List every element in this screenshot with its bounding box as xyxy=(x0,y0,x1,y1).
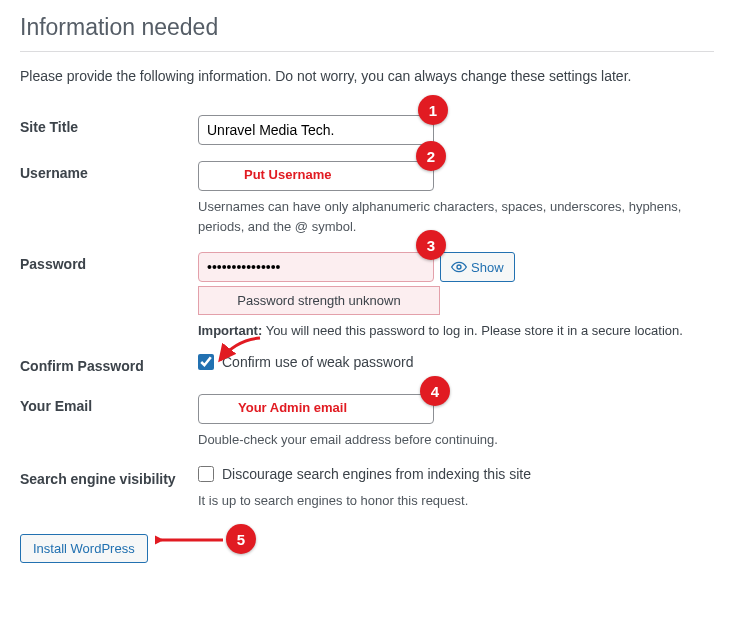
sev-checkbox-label[interactable]: Discourage search engines from indexing … xyxy=(198,466,531,482)
install-wordpress-button[interactable]: Install WordPress xyxy=(20,534,148,563)
username-input[interactable] xyxy=(198,161,434,191)
sev-hint: It is up to search engines to honor this… xyxy=(198,491,704,511)
confirm-password-label: Confirm Password xyxy=(20,346,198,386)
arrow-icon xyxy=(155,530,225,550)
password-strength: Password strength unknown xyxy=(198,286,440,315)
page-title: Information needed xyxy=(20,14,714,41)
divider xyxy=(20,51,714,52)
show-password-button[interactable]: Show xyxy=(440,252,515,282)
important-label: Important: xyxy=(198,323,262,338)
annotation-badge-3: 3 xyxy=(416,230,446,260)
intro-text: Please provide the following information… xyxy=(20,66,714,87)
eye-icon xyxy=(451,259,467,275)
show-password-label: Show xyxy=(471,260,504,275)
annotation-badge-2: 2 xyxy=(416,141,446,171)
password-important: Important: You will need this password t… xyxy=(198,323,704,338)
username-label: Username xyxy=(20,153,198,244)
username-hint: Usernames can have only alphanumeric cha… xyxy=(198,197,704,236)
confirm-weak-password-label[interactable]: Confirm use of weak password xyxy=(198,354,413,370)
password-input[interactable] xyxy=(198,252,434,282)
annotation-badge-5: 5 xyxy=(226,524,256,554)
sev-checkbox-text: Discourage search engines from indexing … xyxy=(222,466,531,482)
install-form: Site Title 1 Username Put Username 2 Use… xyxy=(20,107,714,518)
password-label: Password xyxy=(20,244,198,346)
confirm-weak-password-checkbox[interactable] xyxy=(198,354,214,370)
important-text: You will need this password to log in. P… xyxy=(262,323,683,338)
confirm-weak-password-text: Confirm use of weak password xyxy=(222,354,413,370)
annotation-badge-1: 1 xyxy=(418,95,448,125)
email-hint: Double-check your email address before c… xyxy=(198,430,704,450)
site-title-input[interactable] xyxy=(198,115,434,145)
svg-point-0 xyxy=(457,265,461,269)
sev-label: Search engine visibility xyxy=(20,458,198,519)
site-title-label: Site Title xyxy=(20,107,198,153)
annotation-badge-4: 4 xyxy=(420,376,450,406)
sev-checkbox[interactable] xyxy=(198,466,214,482)
email-label: Your Email xyxy=(20,386,198,458)
email-input[interactable] xyxy=(198,394,434,424)
